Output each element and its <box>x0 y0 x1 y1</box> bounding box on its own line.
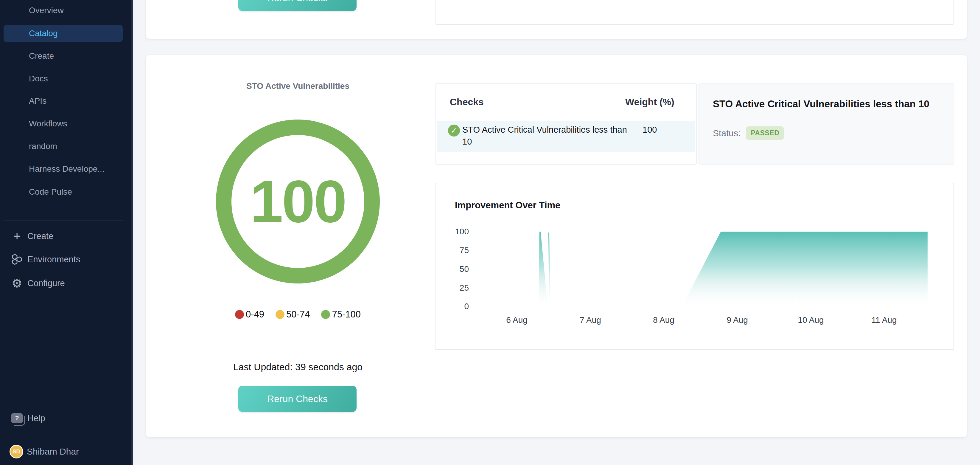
sidebar-item-workflows[interactable]: Workflows <box>3 115 123 133</box>
rerun-checks-button[interactable]: Rerun Checks <box>238 386 356 412</box>
sidebar-item-label: Create <box>29 51 54 61</box>
sidebar-item-docs[interactable]: Docs <box>3 70 123 87</box>
sidebar-item-overview[interactable]: Overview <box>3 2 123 19</box>
check-name: STO Active Critical Vulnerabilities less… <box>462 124 635 147</box>
last-updated-text: Last Updated: 39 seconds ago <box>146 361 450 372</box>
rerun-checks-button-partial[interactable]: Rerun Checks <box>238 0 356 11</box>
sidebar-divider <box>3 221 123 221</box>
hexagons-icon <box>10 253 24 265</box>
x-tick: 6 Aug <box>506 315 528 325</box>
sidebar-item-apis[interactable]: APIs <box>3 93 123 110</box>
check-detail-title: STO Active Critical Vulnerabilities less… <box>713 98 945 110</box>
user-menu[interactable]: SD Shibam Dhar <box>0 443 131 460</box>
sidebar-action-label: Environments <box>27 254 80 264</box>
improvement-chart-card: Improvement Over Time 100 75 50 25 0 6 A… <box>435 183 954 350</box>
legend-item-mid: 50-74 <box>275 309 310 320</box>
score-gauge: 100 <box>216 120 380 283</box>
score-legend: 0-49 50-74 75-100 <box>146 309 450 320</box>
help-button[interactable]: Help <box>0 409 131 427</box>
y-tick: 25 <box>445 283 469 293</box>
sidebar-item-label: Catalog <box>29 29 58 38</box>
x-tick: 11 Aug <box>871 315 897 325</box>
avatar-initials: SD <box>13 449 20 455</box>
area-spike-1 <box>539 232 548 308</box>
y-tick: 50 <box>445 264 469 274</box>
legend-dot-red <box>235 310 244 319</box>
plus-icon <box>10 230 24 243</box>
sidebar-action-configure[interactable]: Configure <box>0 275 131 292</box>
status-label: Status: <box>713 128 740 138</box>
sidebar-action-create[interactable]: Create <box>0 227 131 245</box>
area-main <box>681 232 928 308</box>
y-tick: 0 <box>445 302 469 311</box>
legend-label: 50-74 <box>286 309 310 320</box>
check-circle-icon <box>448 125 460 136</box>
sidebar-item-catalog[interactable]: Catalog <box>3 25 123 42</box>
user-name: Shibam Dhar <box>27 446 79 457</box>
status-row: Status: PASSED <box>713 126 784 140</box>
legend-dot-green <box>321 310 330 319</box>
gear-icon <box>10 277 24 289</box>
sidebar-item-random[interactable]: random <box>3 138 123 155</box>
sidebar: Overview Catalog Create Docs APIs Workfl… <box>0 0 133 465</box>
legend-dot-yellow <box>275 310 285 319</box>
sidebar-action-label: Create <box>27 231 53 241</box>
check-detail-panel: STO Active Critical Vulnerabilities less… <box>698 83 955 165</box>
check-weight-value: 100 <box>643 125 657 135</box>
x-tick: 8 Aug <box>653 315 675 325</box>
chart-title: Improvement Over Time <box>455 200 560 211</box>
checks-column-header: Checks <box>450 97 484 108</box>
sidebar-item-label: Harness Develope... <box>29 164 105 174</box>
check-table-row[interactable]: STO Active Critical Vulnerabilities less… <box>437 121 695 152</box>
weight-column-header: Weight (%) <box>625 97 675 108</box>
legend-label: 0-49 <box>246 309 264 320</box>
avatar: SD <box>9 445 24 459</box>
legend-label: 75-100 <box>332 309 361 320</box>
score-value: 100 <box>250 167 346 236</box>
sidebar-item-label: Overview <box>29 6 64 15</box>
x-tick: 10 Aug <box>798 315 824 325</box>
y-tick: 75 <box>445 246 469 255</box>
improvement-chart-plot <box>474 225 951 315</box>
y-tick: 100 <box>445 227 469 236</box>
sidebar-item-label: Code Pulse <box>29 187 72 197</box>
checks-table-card: Checks Weight (%) STO Active Critical Vu… <box>435 83 697 165</box>
sidebar-item-harness-developer[interactable]: Harness Develope... <box>3 160 123 177</box>
sidebar-item-label: random <box>29 142 57 151</box>
sidebar-item-label: APIs <box>29 96 46 106</box>
scorecard-title: STO Active Vulnerabilities <box>146 81 450 91</box>
scorecard-card: STO Active Vulnerabilities 100 0-49 50-7… <box>146 55 967 437</box>
app-root: Overview Catalog Create Docs APIs Workfl… <box>0 0 980 465</box>
x-tick: 9 Aug <box>727 315 748 325</box>
sidebar-item-label: Workflows <box>29 119 67 128</box>
sidebar-divider <box>0 406 131 406</box>
status-badge: PASSED <box>746 126 784 140</box>
sidebar-action-environments[interactable]: Environments <box>0 251 131 268</box>
sidebar-item-create[interactable]: Create <box>3 47 123 65</box>
area-spike-2 <box>548 232 550 308</box>
previous-scorecard-card: Rerun Checks <box>146 0 967 39</box>
previous-chart-card <box>435 0 954 25</box>
sidebar-item-code-pulse[interactable]: Code Pulse <box>3 183 123 201</box>
sidebar-action-label: Configure <box>27 278 65 288</box>
sidebar-item-label: Docs <box>29 74 48 83</box>
legend-item-high: 75-100 <box>321 309 361 320</box>
x-tick: 7 Aug <box>580 315 601 325</box>
help-label: Help <box>27 414 45 423</box>
help-chat-icon <box>10 413 24 423</box>
legend-item-low: 0-49 <box>235 309 264 320</box>
